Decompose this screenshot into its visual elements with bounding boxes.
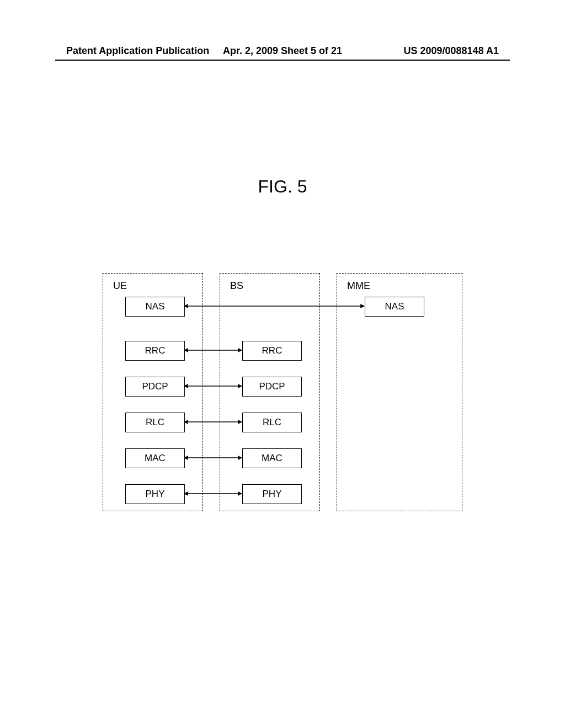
header-mid: Apr. 2, 2009 Sheet 5 of 21 [210,45,354,57]
header-left: Patent Application Publication [66,45,210,57]
figure-title: FIG. 5 [0,176,565,197]
protocol-stack-diagram: UE NAS RRC PDCP RLC MAC PHY BS RRC PDCP … [103,273,462,511]
header-divider [55,60,510,61]
page-header: Patent Application Publication Apr. 2, 2… [0,45,565,57]
header-right: US 2009/0088148 A1 [355,45,499,57]
connection-arrows [103,273,462,511]
